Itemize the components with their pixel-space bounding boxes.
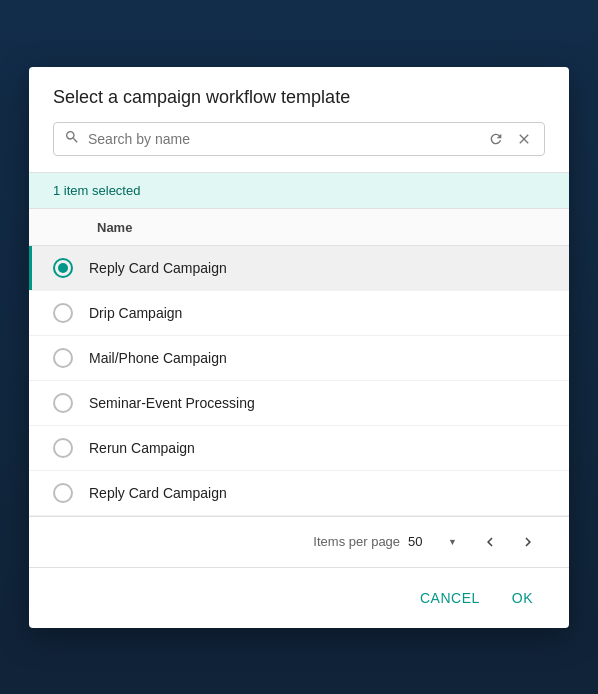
campaign-name: Reply Card Campaign [89, 260, 227, 276]
modal-header: Select a campaign workflow template [29, 67, 569, 173]
modal-footer: CANCEL OK [29, 567, 569, 628]
per-page-wrapper: 50 25 100 [408, 534, 457, 549]
search-input[interactable] [88, 131, 478, 147]
radio-button [53, 348, 73, 368]
campaign-name: Rerun Campaign [89, 440, 195, 456]
campaign-item[interactable]: Rerun Campaign [29, 426, 569, 471]
modal-title: Select a campaign workflow template [53, 87, 545, 108]
radio-button [53, 393, 73, 413]
campaign-item[interactable]: Mail/Phone Campaign [29, 336, 569, 381]
radio-inner [58, 263, 68, 273]
pagination-nav [473, 529, 545, 555]
modal-body: 1 item selected Name Reply Card Campaign… [29, 173, 569, 567]
cancel-button[interactable]: CANCEL [408, 582, 492, 614]
per-page-select[interactable]: 50 25 100 [408, 534, 446, 549]
items-per-page: Items per page 50 25 100 [313, 534, 457, 549]
campaign-name: Drip Campaign [89, 305, 182, 321]
ok-button[interactable]: OK [500, 582, 545, 614]
campaign-item[interactable]: Reply Card Campaign [29, 471, 569, 516]
campaign-item[interactable]: Reply Card Campaign [29, 246, 569, 291]
pagination-row: Items per page 50 25 100 [29, 516, 569, 567]
radio-button [53, 483, 73, 503]
campaign-name: Reply Card Campaign [89, 485, 227, 501]
search-actions [486, 129, 534, 149]
prev-page-button[interactable] [473, 529, 507, 555]
items-per-page-label: Items per page [313, 534, 400, 549]
selection-info: 1 item selected [29, 173, 569, 209]
campaign-name: Mail/Phone Campaign [89, 350, 227, 366]
campaign-list: Reply Card CampaignDrip CampaignMail/Pho… [29, 246, 569, 516]
campaign-item[interactable]: Drip Campaign [29, 291, 569, 336]
next-page-button[interactable] [511, 529, 545, 555]
close-button[interactable] [514, 129, 534, 149]
radio-button [53, 258, 73, 278]
search-bar [53, 122, 545, 156]
radio-button [53, 438, 73, 458]
radio-button [53, 303, 73, 323]
campaign-workflow-dialog: Select a campaign workflow template [29, 67, 569, 628]
column-name-header: Name [97, 220, 132, 235]
refresh-button[interactable] [486, 129, 506, 149]
search-icon [64, 129, 80, 148]
campaign-item[interactable]: Seminar-Event Processing [29, 381, 569, 426]
table-header: Name [29, 209, 569, 246]
campaign-name: Seminar-Event Processing [89, 395, 255, 411]
